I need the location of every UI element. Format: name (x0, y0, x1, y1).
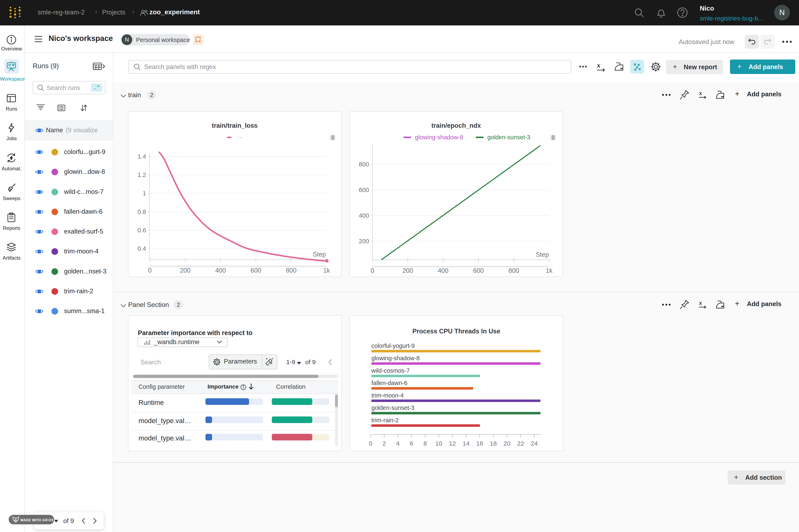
svg-text:200: 200 (402, 267, 413, 274)
svg-text:0.6: 0.6 (137, 227, 146, 233)
svg-text:400: 400 (359, 212, 369, 219)
svg-text:0.8: 0.8 (137, 208, 146, 215)
svg-text:Step: Step (313, 251, 326, 258)
svg-text:0: 0 (369, 440, 373, 447)
svg-text:6: 6 (410, 440, 413, 447)
svg-text:Step: Step (536, 251, 549, 258)
svg-text:22: 22 (517, 440, 524, 447)
svg-text:2: 2 (383, 440, 386, 447)
svg-text:20: 20 (503, 440, 510, 447)
svg-text:400: 400 (438, 267, 449, 274)
svg-text:8: 8 (423, 440, 427, 447)
svg-text:400: 400 (215, 267, 226, 274)
svg-text:1.4: 1.4 (137, 153, 146, 160)
svg-text:600: 600 (473, 267, 484, 274)
svg-text:200: 200 (180, 267, 191, 274)
svg-text:800: 800 (509, 267, 519, 274)
svg-text:600: 600 (250, 267, 261, 274)
svg-text:800: 800 (359, 161, 369, 168)
svg-text:10: 10 (435, 440, 442, 447)
svg-text:1: 1 (142, 190, 146, 196)
svg-text:1k: 1k (323, 267, 330, 274)
svg-text:14: 14 (462, 440, 469, 447)
svg-text:12: 12 (449, 440, 456, 447)
svg-text:0: 0 (148, 267, 152, 274)
svg-text:4: 4 (396, 440, 400, 447)
svg-text:200: 200 (359, 238, 369, 245)
svg-text:16: 16 (476, 440, 483, 447)
svg-text:0.4: 0.4 (137, 245, 146, 252)
svg-text:18: 18 (490, 440, 497, 447)
svg-text:24: 24 (531, 440, 537, 447)
svg-text:800: 800 (286, 267, 297, 274)
svg-text:600: 600 (359, 186, 369, 193)
svg-text:0: 0 (370, 267, 374, 274)
svg-text:1k: 1k (546, 267, 553, 274)
svg-text:1.2: 1.2 (137, 171, 146, 178)
